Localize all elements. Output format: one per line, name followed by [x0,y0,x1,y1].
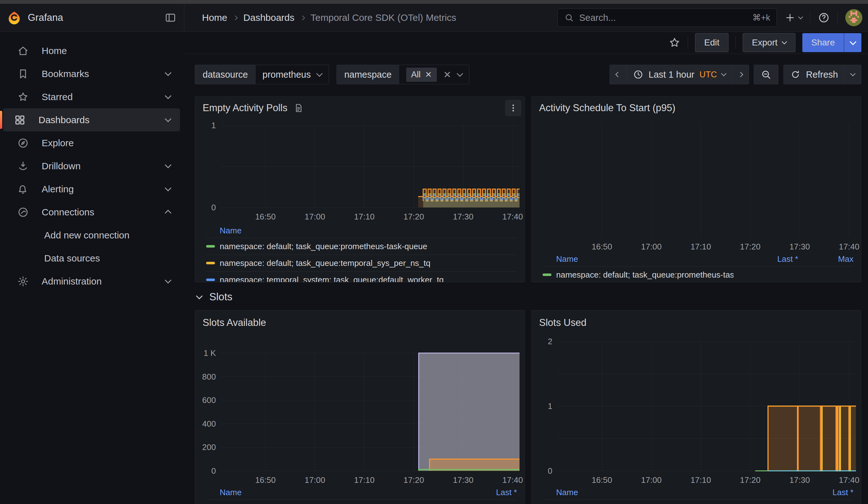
chevron-down-icon [721,71,726,76]
legend-col-name[interactable]: Name [220,226,517,236]
svg-text:200: 200 [202,442,216,452]
add-new-button[interactable] [784,12,802,23]
zoom-out-button[interactable] [754,65,778,84]
svg-text:17:00: 17:00 [304,475,325,485]
dock-sidebar-toggle-icon[interactable] [164,12,176,24]
legend-col-name[interactable]: Name [556,254,743,264]
clear-all-icon[interactable]: ✕ [443,69,451,80]
svg-text:17:00: 17:00 [641,242,662,251]
sidebar-item-bookmarks[interactable]: Bookmarks [3,62,180,85]
chevron-down-icon[interactable] [165,162,172,168]
panel-menu-button[interactable] [505,100,521,116]
legend-row[interactable]: namespace: default; task_queue:prometheu… [206,238,517,255]
grafana-logo-icon[interactable] [8,11,21,24]
help-button[interactable] [818,12,830,24]
share-split-button: Share [802,33,861,52]
panel-description-icon[interactable] [293,103,304,113]
chart-activity-schedule-to-start[interactable]: 16:5017:0017:1017:2017:3017:40 [531,119,861,252]
share-button[interactable]: Share [802,33,844,52]
chevron-up-icon[interactable] [165,210,172,216]
chart-slots-available[interactable]: 16:5017:0017:1017:2017:3017:400200400600… [195,335,525,485]
legend-col-name[interactable]: Name [220,487,462,497]
sidebar-item-label: Data sources [44,253,100,264]
star-icon [17,91,30,103]
svg-text:17:40: 17:40 [503,475,523,485]
legend-col-last[interactable]: Last * [798,487,854,497]
selected-value-chip[interactable]: All ✕ [406,68,437,82]
svg-text:17:00: 17:00 [304,212,325,222]
chevron-down-icon[interactable] [165,277,172,284]
legend-col-max[interactable]: Max [798,254,854,264]
sidebar-item-drilldown[interactable]: Drilldown [3,154,180,177]
series-swatch [542,274,551,276]
breadcrumb-dashboards[interactable]: Dashboards [244,12,294,23]
sidebar-item-label: Drilldown [42,161,81,172]
time-shift-forward-button[interactable] [732,65,749,84]
sidebar-item-home[interactable]: Home [3,39,180,62]
sidebar-item-dashboards[interactable]: Dashboards [3,108,180,131]
share-menu-button[interactable] [844,33,861,52]
legend-row[interactable]: namespace: default; task_queue:prometheu… [542,500,854,504]
sidebar-item-data-sources[interactable]: Data sources [3,247,180,270]
sidebar-item-starred[interactable]: Starred [3,85,180,108]
time-shift-back-button[interactable] [609,65,627,84]
legend-col-last[interactable]: Last * [743,254,798,264]
breadcrumb-home[interactable]: Home [202,12,227,23]
plus-icon [784,12,796,23]
panel-header[interactable]: Slots Available [195,310,525,335]
panel-legend: Name Last * namespace: default; task_que… [531,485,861,504]
svg-text:17:30: 17:30 [453,475,474,485]
sidebar-item-alerting[interactable]: Alerting [3,177,180,200]
time-range-picker[interactable]: Last 1 hour UTC [626,65,733,84]
panel-header[interactable]: Slots Used [531,310,861,335]
legend-row[interactable]: namespace: temporal_system; task_queue:d… [206,271,517,282]
brand-name: Grafana [28,12,63,23]
legend-col-last[interactable]: Last * [462,487,517,497]
connections-icon [17,206,30,218]
svg-text:16:50: 16:50 [591,242,612,251]
export-button[interactable]: Export [743,33,795,52]
sidebar-item-administration[interactable]: Administration [3,270,180,293]
variable-label: datasource [195,65,256,84]
bookmark-icon [17,68,30,80]
panel-header[interactable]: Empty Activity Polls [195,96,525,119]
dashboard-actions-row: Edit Export Share [184,32,868,54]
remove-value-icon[interactable]: ✕ [425,70,432,80]
search-input[interactable]: Search... ⌘+k [557,9,777,27]
variable-namespace: namespace All ✕ ✕ [337,65,469,84]
home-icon [17,45,30,57]
svg-text:17:20: 17:20 [740,475,761,485]
svg-text:17:10: 17:10 [354,212,375,222]
sidebar-item-explore[interactable]: Explore [3,131,180,154]
variable-namespace-select[interactable]: All ✕ ✕ [399,65,469,84]
legend-row[interactable]: namespace: default; task_queue:prometheu… [206,500,517,504]
sidebar-nav: Home Bookmarks Starred Dashboards Explor… [0,32,184,504]
header-controls: Search... ⌘+k [557,4,868,32]
chevron-down-icon[interactable] [165,185,172,192]
legend-row[interactable]: namespace: default; task_queue:temporal_… [206,255,517,271]
legend-row[interactable]: namespace: default; task_queue:prometheu… [542,266,854,282]
panel-header[interactable]: Activity Schedule To Start (p95) [531,96,861,119]
svg-text:0: 0 [211,466,216,475]
chevron-down-icon[interactable] [165,70,172,76]
series-label: namespace: default; task_queue:prometheu… [220,241,517,251]
svg-text:0: 0 [211,203,216,212]
avatar[interactable] [845,9,862,26]
gear-icon [17,275,30,287]
chart-slots-used[interactable]: 16:5017:0017:1017:2017:3017:40012 [531,335,861,485]
row-section-slots[interactable]: Slots [197,289,232,305]
variable-datasource-select[interactable]: prometheus [256,65,329,84]
chart-empty-activity-polls[interactable]: 16:5017:0017:1017:2017:3017:4001 [195,119,525,223]
app-header: Grafana Home Dashboards Temporal Core SD… [0,4,868,32]
panel-activity-schedule-to-start: Activity Schedule To Start (p95) 16:5017… [531,96,861,282]
sidebar-item-add-new-connection[interactable]: Add new connection [3,224,180,247]
edit-button[interactable]: Edit [695,33,728,52]
refresh-button[interactable]: Refresh [783,65,845,84]
chevron-down-icon[interactable] [165,116,172,122]
sidebar-item-connections[interactable]: Connections [3,200,180,224]
panel-title: Empty Activity Polls [203,102,288,114]
chevron-down-icon[interactable] [165,93,172,99]
refresh-interval-button[interactable] [844,65,861,84]
favorite-star-button[interactable] [668,36,681,49]
legend-col-name[interactable]: Name [556,487,798,497]
